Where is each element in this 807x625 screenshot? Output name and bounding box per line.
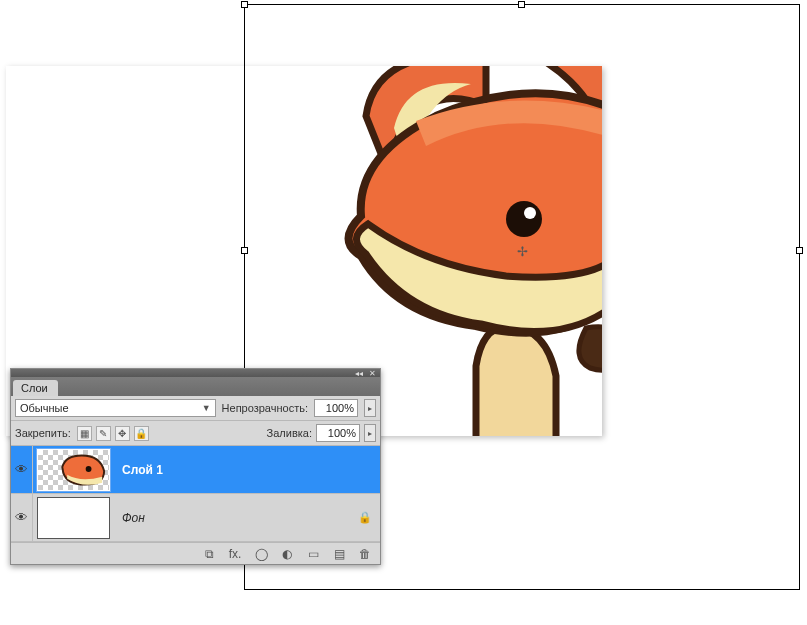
opacity-input[interactable]: 100%	[314, 399, 358, 417]
layer-row-1[interactable]: 👁 Слой 1	[11, 446, 380, 494]
svg-point-1	[524, 207, 536, 219]
panel-collapse-icon[interactable]: ◂◂	[355, 369, 363, 378]
layer-fx-icon[interactable]: fx.	[226, 546, 244, 562]
fill-input[interactable]: 100%	[316, 424, 360, 442]
lock-brush-icon[interactable]: ✎	[96, 426, 111, 441]
delete-layer-icon[interactable]: 🗑	[356, 546, 374, 562]
lock-all-icon[interactable]: 🔒	[134, 426, 149, 441]
transform-handle-top-left[interactable]	[241, 1, 248, 8]
layer-name[interactable]: Фон	[114, 511, 350, 525]
lock-move-icon[interactable]: ✥	[115, 426, 130, 441]
layer-mask-icon[interactable]: ◯	[252, 546, 270, 562]
fill-label: Заливка:	[267, 427, 312, 439]
lock-icon: 🔒	[350, 511, 380, 524]
group-layers-icon[interactable]: ▭	[304, 546, 322, 562]
transform-handle-mid-right[interactable]	[796, 247, 803, 254]
layers-panel-footer: ⧉ fx. ◯ ◐ ▭ ▤ 🗑	[11, 542, 380, 564]
svg-point-3	[86, 466, 92, 472]
link-layers-icon[interactable]: ⧉	[200, 546, 218, 562]
opacity-slider-button[interactable]: ▸	[364, 399, 376, 417]
canvas-area[interactable]: ✢ ◂◂ ✕ Слои Обычные ▼ Непрозрачность: 10…	[0, 0, 807, 625]
opacity-label: Непрозрачность:	[222, 402, 308, 414]
tab-layers[interactable]: Слои	[13, 380, 58, 396]
lock-label: Закрепить:	[15, 427, 71, 439]
panel-tabs: Слои	[11, 377, 380, 396]
blend-opacity-row: Обычные ▼ Непрозрачность: 100% ▸	[11, 396, 380, 421]
new-layer-icon[interactable]: ▤	[330, 546, 348, 562]
layer-thumbnail[interactable]	[37, 449, 110, 491]
lock-fill-row: Закрепить: ▦ ✎ ✥ 🔒 Заливка: 100% ▸	[11, 421, 380, 446]
svg-point-0	[506, 201, 542, 237]
visibility-toggle-icon[interactable]: 👁	[15, 462, 28, 477]
lock-transparent-icon[interactable]: ▦	[77, 426, 92, 441]
dropdown-icon: ▼	[202, 403, 211, 413]
layer-row-background[interactable]: 👁 Фон 🔒	[11, 494, 380, 542]
transform-handle-top-mid[interactable]	[518, 1, 525, 8]
layers-panel[interactable]: ◂◂ ✕ Слои Обычные ▼ Непрозрачность: 100%…	[10, 368, 381, 565]
layer-thumbnail[interactable]	[37, 497, 110, 539]
adjustment-layer-icon[interactable]: ◐	[278, 546, 296, 562]
visibility-toggle-icon[interactable]: 👁	[15, 510, 28, 525]
panel-close-icon[interactable]: ✕	[369, 369, 376, 378]
blend-mode-value: Обычные	[20, 402, 69, 414]
blend-mode-select[interactable]: Обычные ▼	[15, 399, 216, 417]
layer-name[interactable]: Слой 1	[114, 463, 350, 477]
layer-list: 👁 Слой 1 👁 Фон 🔒	[11, 446, 380, 542]
fill-slider-button[interactable]: ▸	[364, 424, 376, 442]
panel-topbar: ◂◂ ✕	[11, 369, 380, 377]
